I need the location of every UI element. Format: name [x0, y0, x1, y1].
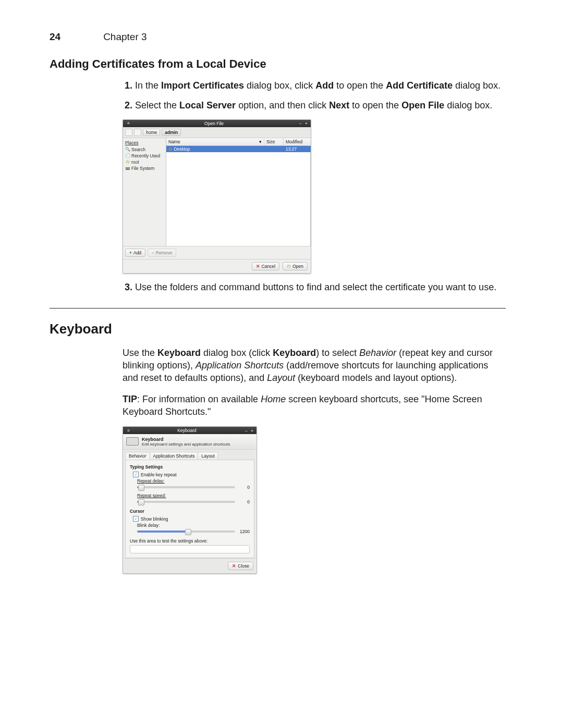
edit-path-icon[interactable]	[125, 129, 132, 136]
open-file-title: Open File	[131, 121, 297, 126]
file-row-selected[interactable]: 🗀 Desktop 13:27	[166, 146, 311, 152]
close-icon[interactable]: ×	[250, 428, 254, 433]
place-recent-label: Recently Used	[131, 153, 160, 158]
close-icon[interactable]: ×	[304, 121, 309, 126]
place-recent[interactable]: 🕘Recently Used	[123, 153, 166, 159]
group-typing: Typing Settings	[130, 464, 250, 470]
section-heading-keyboard: Keyboard	[50, 321, 506, 337]
steps-list: In the Import Certificates dialog box, c…	[123, 79, 506, 112]
file-list-columns: Name ▾ Size Modified	[166, 138, 311, 146]
crumb-home[interactable]: home	[143, 129, 160, 136]
place-filesystem[interactable]: 🖴File System	[123, 165, 166, 171]
keyboard-para1: Use the Keyboard dialog box (click Keybo…	[123, 347, 506, 385]
slider-thumb[interactable]	[138, 499, 144, 505]
search-icon: 🔍	[125, 147, 130, 152]
repeat-delay-label: Repeat delay:	[137, 478, 250, 484]
keyboard-footer: ✕Close	[123, 558, 256, 573]
show-blinking-label: Show blinking	[141, 516, 168, 522]
window-menu-icon: ≡	[126, 121, 131, 126]
test-area-label: Use this area to test the settings above…	[130, 538, 250, 544]
keyboard-title: Keyboard	[131, 428, 243, 433]
file-size	[265, 146, 284, 152]
step-2: Select the Local Server option, and then…	[135, 99, 506, 112]
slider-thumb[interactable]	[138, 485, 144, 491]
place-search-label: Search	[131, 147, 145, 152]
open-file-dialog-screenshot: ≡ Open File – × home admin Places 🔍Searc…	[123, 119, 311, 274]
file-name: Desktop	[174, 146, 190, 152]
open-icon: 🗀	[287, 264, 291, 268]
minimize-icon[interactable]: –	[244, 428, 249, 433]
cancel-button[interactable]: ✕Cancel	[252, 262, 279, 270]
repeat-speed-slider[interactable]	[137, 501, 235, 503]
keyboard-tabs: Behavior Application Shortcuts Layout	[123, 450, 256, 460]
dialog-footer: ✕Cancel 🗀Open	[123, 259, 311, 273]
test-input[interactable]	[130, 545, 250, 553]
keyboard-tip: TIP: For information on available Home s…	[123, 393, 506, 418]
new-folder-icon[interactable]	[134, 129, 141, 136]
blink-delay-slider[interactable]	[137, 530, 235, 533]
page-header: 24 Chapter 3	[50, 31, 506, 43]
repeat-delay-slider[interactable]	[137, 486, 235, 488]
keyboard-icon	[126, 437, 139, 446]
breadcrumb: home admin	[123, 127, 311, 138]
open-file-titlebar: ≡ Open File – ×	[123, 120, 311, 127]
keyboard-header-title: Keyboard	[142, 437, 230, 442]
cancel-icon: ✕	[256, 264, 260, 269]
blink-delay-value: 1200	[238, 529, 250, 534]
step-3-text: Use the folders and command buttons to f…	[135, 282, 496, 292]
tab-behavior[interactable]: Behavior	[125, 452, 150, 460]
step-1-text: In the Import Certificates dialog box, c…	[135, 80, 500, 91]
step-2-text: Select the Local Server option, and then…	[135, 100, 492, 110]
remove-place-button: –Remove	[148, 249, 176, 257]
keyboard-dialog-screenshot: ≡ Keyboard – × Keyboard Edit keyboard se…	[123, 426, 257, 574]
checkbox-icon: ✓	[133, 516, 139, 522]
step-3: Use the folders and command buttons to f…	[135, 281, 506, 293]
repeat-speed-value: 0	[238, 499, 250, 504]
chapter-label: Chapter 3	[103, 31, 146, 43]
close-button[interactable]: ✕Close	[228, 562, 253, 570]
slider-thumb[interactable]	[185, 529, 191, 535]
repeat-delay-value: 0	[238, 485, 250, 490]
recent-icon: 🕘	[125, 153, 130, 158]
add-place-button[interactable]: +Add	[125, 249, 145, 257]
close-x-icon: ✕	[232, 563, 236, 569]
minus-icon: –	[152, 250, 154, 255]
open-button[interactable]: 🗀Open	[283, 262, 308, 270]
file-modified: 13:27	[284, 146, 311, 152]
sort-indicator-icon: ▾	[259, 139, 262, 144]
steps-list-cont: Use the folders and command buttons to f…	[123, 281, 506, 293]
place-fs-label: File System	[131, 166, 154, 171]
plus-icon: +	[129, 250, 132, 255]
col-size[interactable]: Size	[264, 138, 284, 145]
document-page: 24 Chapter 3 Adding Certificates from a …	[0, 0, 563, 728]
group-cursor: Cursor	[130, 509, 250, 514]
section-divider	[50, 308, 506, 309]
places-header: Places	[123, 139, 166, 146]
place-search[interactable]: 🔍Search	[123, 146, 166, 153]
enable-key-repeat-check[interactable]: ✓ Enable key repeat	[133, 472, 250, 477]
tab-app-shortcuts[interactable]: Application Shortcuts	[150, 452, 199, 460]
crumb-admin[interactable]: admin	[162, 129, 181, 136]
places-panel: Places 🔍Search 🕘Recently Used 🗀root 🖴Fil…	[123, 138, 166, 246]
place-root[interactable]: 🗀root	[123, 159, 166, 165]
file-list-empty	[166, 152, 311, 246]
places-actions: +Add –Remove	[123, 246, 311, 259]
folder-icon: 🗀	[168, 147, 173, 152]
drive-icon: 🖴	[125, 166, 130, 170]
show-blinking-check[interactable]: ✓ Show blinking	[133, 516, 250, 522]
minimize-icon[interactable]: –	[298, 121, 303, 126]
col-name[interactable]: Name ▾	[166, 138, 264, 145]
tab-layout[interactable]: Layout	[198, 452, 218, 460]
repeat-speed-label: Repeat speed:	[137, 493, 250, 498]
section-heading-certificates: Adding Certificates from a Local Device	[50, 57, 506, 71]
enable-key-repeat-label: Enable key repeat	[141, 472, 177, 477]
behavior-tabpane: Typing Settings ✓ Enable key repeat Repe…	[125, 460, 254, 558]
window-menu-icon: ≡	[126, 428, 131, 433]
keyboard-header-sub: Edit keyboard settings and application s…	[142, 442, 230, 447]
col-modified[interactable]: Modified	[284, 138, 311, 145]
folder-icon: 🗀	[125, 159, 130, 164]
keyboard-titlebar: ≡ Keyboard – ×	[123, 427, 256, 434]
page-number: 24	[50, 31, 60, 43]
checkbox-icon: ✓	[133, 472, 139, 477]
file-list: Name ▾ Size Modified 🗀 Desktop 13:27	[166, 138, 311, 246]
